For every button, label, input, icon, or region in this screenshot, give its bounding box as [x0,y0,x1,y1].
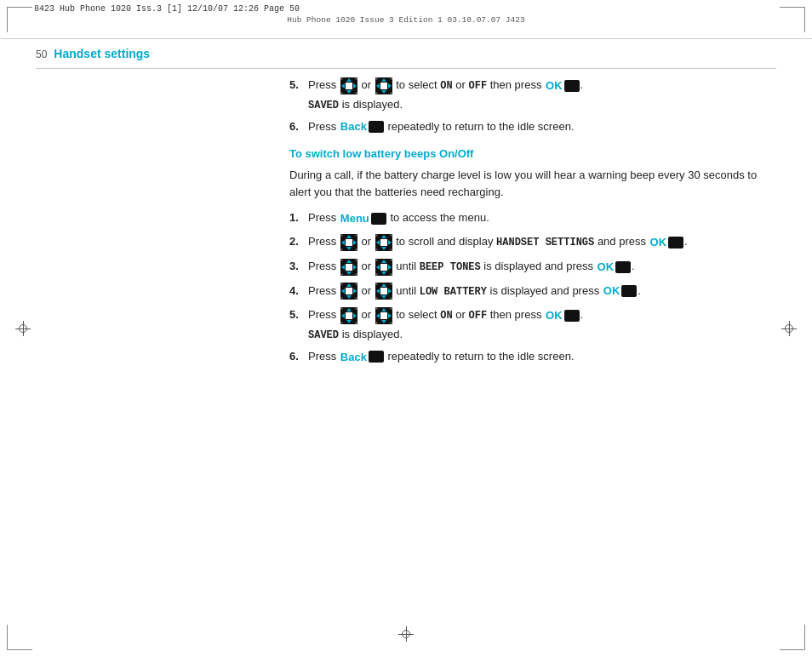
ok-bar-4 [621,285,637,297]
saved-text-5b: SAVED is displayed. [289,328,776,341]
nav-btn-4a [340,283,357,300]
ok-text-5a: OK [546,77,563,94]
step-2-content: Press or to scroll and display HANDSET S… [308,233,776,251]
page-num-section: 50 Handset settings [36,47,150,60]
ok-bar-5a [564,80,580,92]
ok-btn-2: OK [650,234,684,251]
menu-bar-1 [371,213,386,225]
nav-btn-2a [340,234,357,251]
step-1-block: 1. Press Menu to access the menu. [289,209,776,226]
nav-btn-up-5a [340,77,357,94]
nav-btn-3b [375,259,392,276]
description-para: During a call, if the battery charge lev… [289,167,776,201]
step-5-content-2: Press or to select ON or OFF then press … [308,306,776,324]
step-1-line: 1. Press Menu to access the menu. [289,209,776,226]
ok-bar-5b [564,310,580,322]
step-5-line-2: 5. Press or to select ON or OFF then pre… [289,306,776,324]
nav-btn-3a [340,259,357,276]
step-1-content: Press Menu to access the menu. [308,209,776,226]
step-3-num: 3. [289,258,305,275]
step-1-num: 1. [289,209,305,226]
nav-btn-2b [375,234,392,251]
corner-br [780,625,805,650]
ok-btn-4: OK [603,283,638,300]
back-text-6a: Back [340,118,367,135]
ok-bar-2 [668,237,683,249]
menu-text-1: Menu [340,210,369,227]
step-5-block-1: 5. Press or to select ON or OFF then pre… [289,77,776,111]
step-4-line: 4. Press or until LOW BATTERY is display… [289,283,776,300]
step-3-block: 3. Press or until BEEP TONES is displaye… [289,258,776,276]
ok-text-2: OK [650,234,667,251]
step-6-block-1: 6. Press Back repeatedly to return to th… [289,118,776,135]
ok-text-3: OK [598,259,615,276]
saved-mono-5b: SAVED [308,329,339,341]
step-2-num: 2. [289,233,305,250]
step-5-block-2: 5. Press or to select ON or OFF then pre… [289,306,776,341]
step-6-line-1: 6. Press Back repeatedly to return to th… [289,118,776,135]
page-number: 50 [36,49,47,60]
step-3-content: Press or until BEEP TONES is displayed a… [308,258,776,276]
subsection-heading: To switch low battery beeps On/Off [289,147,776,160]
mono-off-5a: OFF [468,80,487,92]
saved-text-5a: SAVED is displayed. [289,98,776,111]
header: 8423 Hub Phone 1020 Iss.3 [1] 12/10/07 1… [0,0,812,39]
back-text-6b: Back [340,349,367,366]
content-area: 5. Press or to select ON or OFF then pre… [289,77,776,614]
back-bar-6b [369,351,384,363]
ok-text-5b: OK [546,307,563,324]
ok-text-4: OK [603,283,620,300]
step-2-block: 2. Press or to scroll and display HANDSE… [289,233,776,251]
mono-off-5b: OFF [468,310,487,322]
nav-btn-down-5a [375,77,392,94]
mono-on-5b: ON [440,310,452,322]
menu-btn-1: Menu [340,210,386,227]
ok-bar-3 [615,261,631,273]
step-4-block: 4. Press or until LOW BATTERY is display… [289,283,776,300]
step-5-num-2: 5. [289,306,305,323]
step-6-num-2: 6. [289,348,305,365]
nav-btn-5d [375,307,392,324]
step-6-content-1: Press Back repeatedly to return to the i… [308,118,776,135]
corner-bl [7,625,32,650]
step-6-line-2: 6. Press Back repeatedly to return to th… [289,348,776,365]
mono-handset: HANDSET SETTINGS [496,237,594,249]
ok-btn-3: OK [598,259,632,276]
mono-on-5a: ON [440,80,452,92]
reg-mark-right [781,321,797,336]
header-sub-text: Hub Phone 1020 Issue 3 Edition 1 03.10.0… [0,14,812,25]
ok-btn-5b: OK [546,307,580,324]
nav-btn-4b [375,283,392,300]
nav-btn-5c [340,307,357,324]
step-2-line: 2. Press or to scroll and display HANDSE… [289,233,776,251]
reg-mark-bottom [398,626,414,642]
saved-mono-5a: SAVED [308,100,339,111]
step-6-block-2: 6. Press Back repeatedly to return to th… [289,348,776,365]
section-divider [36,68,776,69]
step-5-line-1: 5. Press or to select ON or OFF then pre… [289,77,776,94]
step-6-content-2: Press Back repeatedly to return to the i… [308,348,776,365]
step-4-num: 4. [289,283,305,300]
mono-beep: BEEP TONES [420,261,481,273]
reg-mark-left [15,321,31,336]
step-4-content: Press or until LOW BATTERY is displayed … [308,283,776,300]
back-btn-6b: Back [340,349,384,366]
ok-btn-5a: OK [546,77,580,94]
step-3-line: 3. Press or until BEEP TONES is displaye… [289,258,776,276]
header-top-text: 8423 Hub Phone 1020 Iss.3 [1] 12/10/07 1… [0,0,812,14]
step-5-num: 5. [289,77,305,94]
back-bar-6a [369,121,384,133]
step-6-num-1: 6. [289,118,305,135]
mono-low-battery: LOW BATTERY [420,286,487,298]
step-5-content: Press or to select ON or OFF then press … [308,77,776,94]
back-btn-6a: Back [340,118,384,135]
section-title: Handset settings [54,47,150,60]
